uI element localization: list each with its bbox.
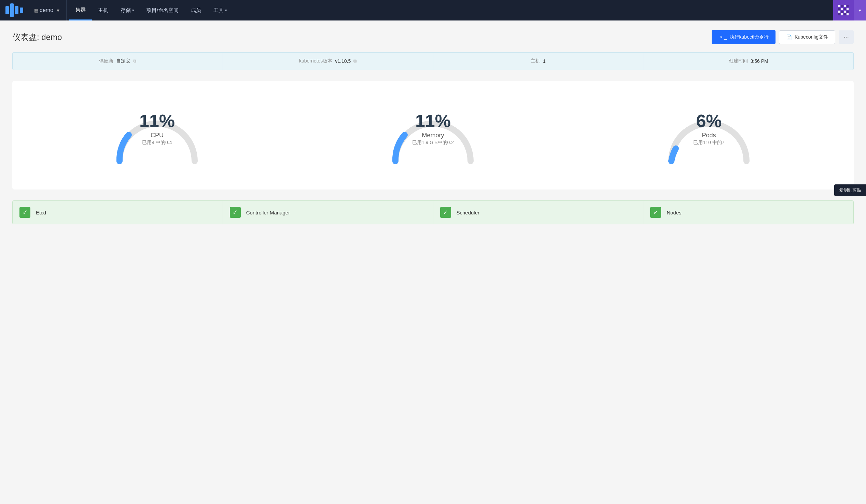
- gauges-section: 11% CPU 已用4 中的0.4 11% Memory 已用1.9 GiB中的…: [12, 81, 854, 190]
- status-cards: ✓ Etcd ✓ Controller Manager ✓ Scheduler …: [12, 200, 854, 224]
- nav-item-tools[interactable]: 工具 ▾: [207, 0, 233, 21]
- user-dropdown-button[interactable]: ▾: [854, 0, 866, 21]
- cpu-sublabel: 已用4 中的0.4: [139, 140, 175, 146]
- kubectl-button[interactable]: ＞_ 执行kubectl命令行: [712, 30, 776, 44]
- nodes-check-icon: ✓: [650, 207, 661, 218]
- nav-item-host[interactable]: 主机: [92, 0, 114, 21]
- controller-manager-check-icon: ✓: [230, 207, 241, 218]
- cpu-percent: 11%: [139, 112, 175, 130]
- nav-item-members[interactable]: 成员: [185, 0, 207, 21]
- logo[interactable]: [0, 0, 29, 21]
- navbar: ▦ demo ▾ 集群 主机 存储 ▾ 项目/命名空间 成员 工具 ▾: [0, 0, 866, 21]
- pods-sublabel: 已用110 中的7: [693, 140, 724, 146]
- cluster-dropdown-icon: ▾: [57, 7, 59, 14]
- file-icon: 📄: [786, 34, 792, 40]
- memory-percent: 11%: [412, 112, 454, 130]
- gauge-cpu: 11% CPU 已用4 中的0.4: [109, 94, 205, 169]
- nodes-label: Nodes: [667, 210, 681, 215]
- info-k8s: kubernetes版本 v1.10.5 ⧉: [223, 53, 433, 70]
- main-content: 仪表盘: demo ＞_ 执行kubectl命令行 📄 Kubeconfig文件…: [0, 21, 866, 234]
- header-actions: ＞_ 执行kubectl命令行 📄 Kubeconfig文件 ⋯: [712, 30, 854, 44]
- scheduler-label: Scheduler: [457, 210, 480, 215]
- memory-label: Memory: [412, 132, 454, 139]
- controller-manager-label: Controller Manager: [246, 210, 290, 215]
- etcd-label: Etcd: [36, 210, 46, 215]
- info-provider: 供应商 自定义 ⧉: [13, 53, 223, 70]
- cluster-selector[interactable]: ▦ demo ▾: [29, 0, 67, 21]
- etcd-check-icon: ✓: [20, 207, 30, 218]
- nav-item-namespace[interactable]: 项目/命名空间: [140, 0, 185, 21]
- copy-k8s-icon[interactable]: ⧉: [353, 58, 356, 64]
- status-card-scheduler: ✓ Scheduler: [433, 201, 644, 224]
- page-header: 仪表盘: demo ＞_ 执行kubectl命令行 📄 Kubeconfig文件…: [12, 30, 854, 44]
- status-card-etcd: ✓ Etcd: [13, 201, 223, 224]
- svg-rect-3: [20, 8, 23, 13]
- svg-rect-2: [15, 6, 19, 14]
- gauge-pods: 6% Pods 已用110 中的7: [661, 94, 757, 169]
- navbar-right: ▾: [833, 0, 866, 21]
- svg-rect-0: [5, 6, 9, 14]
- info-created: 创建时间 3:56 PM: [643, 53, 853, 70]
- copy-tooltip: 复制到剪贴: [834, 184, 866, 196]
- info-bar: 供应商 自定义 ⧉ kubernetes版本 v1.10.5 ⧉ 主机 1 创建…: [12, 52, 854, 70]
- info-hosts: 主机 1: [433, 53, 644, 70]
- terminal-icon: ＞_: [719, 33, 727, 41]
- pods-percent: 6%: [693, 112, 724, 130]
- pods-label: Pods: [693, 132, 724, 139]
- copy-provider-icon[interactable]: ⧉: [133, 58, 136, 64]
- cluster-name-label: demo: [40, 7, 53, 13]
- status-card-nodes: ✓ Nodes: [643, 201, 853, 224]
- more-options-button[interactable]: ⋯: [839, 30, 854, 44]
- tools-dropdown-icon: ▾: [225, 8, 227, 13]
- nav-items: 集群 主机 存储 ▾ 项目/命名空间 成员 工具 ▾: [67, 0, 833, 21]
- kubeconfig-button[interactable]: 📄 Kubeconfig文件: [779, 30, 835, 44]
- nav-item-storage[interactable]: 存储 ▾: [114, 0, 140, 21]
- svg-rect-1: [10, 3, 14, 17]
- gauge-memory: 11% Memory 已用1.9 GiB中的0.2: [385, 94, 481, 169]
- user-avatar[interactable]: [833, 0, 854, 21]
- cpu-label: CPU: [139, 132, 175, 139]
- nav-item-cluster[interactable]: 集群: [69, 0, 92, 21]
- page-title: 仪表盘: demo: [12, 32, 62, 43]
- storage-dropdown-icon: ▾: [132, 8, 134, 13]
- memory-sublabel: 已用1.9 GiB中的0.2: [412, 140, 454, 146]
- status-card-controller-manager: ✓ Controller Manager: [223, 201, 433, 224]
- scheduler-check-icon: ✓: [440, 207, 451, 218]
